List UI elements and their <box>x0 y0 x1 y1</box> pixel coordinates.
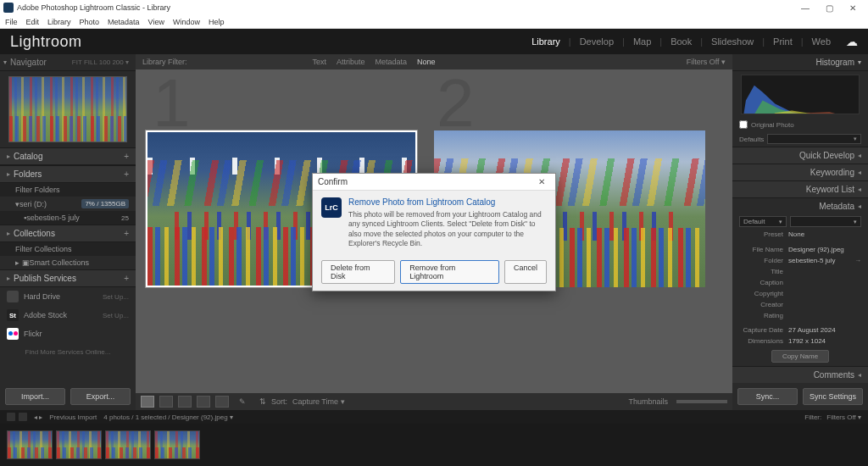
menu-window[interactable]: Window <box>173 18 200 26</box>
filter-none[interactable]: None <box>417 58 436 66</box>
dialog-close-icon[interactable]: ✕ <box>533 177 550 186</box>
export-button[interactable]: Export... <box>70 388 131 405</box>
collections-section[interactable]: Collections+ <box>0 225 136 242</box>
defaults-label: Defaults <box>739 136 764 143</box>
smart-collections[interactable]: ▸ ▣ Smart Collections <box>0 256 136 269</box>
menu-library[interactable]: Library <box>47 18 71 26</box>
source-label[interactable]: Previous Import <box>49 413 97 421</box>
menu-photo[interactable]: Photo <box>80 18 100 26</box>
import-button[interactable]: Import... <box>5 388 65 405</box>
copyright-value[interactable] <box>788 290 861 297</box>
filter-attribute[interactable]: Attribute <box>337 58 365 66</box>
filmstrip-thumb[interactable] <box>105 430 151 459</box>
module-book[interactable]: Book <box>670 36 692 47</box>
find-more-services[interactable]: Find More Services Online... <box>0 343 136 361</box>
comments-section[interactable]: Comments <box>732 366 868 383</box>
folders-section[interactable]: Folders+ <box>0 165 136 183</box>
collections-filter[interactable]: Filter Collections <box>0 242 136 256</box>
library-filter-bar: Library Filter: Text Attribute Metadata … <box>136 54 732 69</box>
defaults-dropdown[interactable] <box>767 134 861 144</box>
menubar: File Edit Library Photo Metadata View Wi… <box>0 15 868 29</box>
cloud-sync-icon[interactable]: ☁ <box>846 35 858 48</box>
view-survey-icon[interactable] <box>197 396 210 408</box>
module-library[interactable]: Library <box>531 36 560 47</box>
keyword-list-section[interactable]: Keyword List <box>732 180 868 197</box>
module-picker: Library| Develop| Map| Book| Slideshow| … <box>531 35 858 48</box>
painter-icon[interactable]: ✎ <box>239 397 246 406</box>
navigator-preview[interactable] <box>8 76 127 142</box>
folders-item[interactable]: ▪ sebestien-5 july25 <box>0 211 136 225</box>
module-map[interactable]: Map <box>633 36 651 47</box>
publish-stock[interactable]: StAdobe StockSet Up... <box>0 306 136 325</box>
menu-view[interactable]: View <box>148 18 164 26</box>
folders-drive[interactable]: ▾ seri (D:)7% / 1355GB <box>0 197 136 211</box>
filter-text[interactable]: Text <box>313 58 327 66</box>
navigator-collapse-icon[interactable]: ▾ <box>3 58 7 66</box>
secondary-display-icons[interactable] <box>7 413 27 421</box>
filename-value[interactable]: Designer (92).jpeg <box>788 246 861 253</box>
filter-metadata[interactable]: Metadata <box>376 58 408 66</box>
publish-section[interactable]: Publish Services+ <box>0 269 136 287</box>
filmstrip-thumb[interactable] <box>154 430 200 459</box>
view-compare-icon[interactable] <box>178 396 192 408</box>
original-photo-checkbox[interactable] <box>739 120 748 129</box>
catalog-section[interactable]: Catalog+ <box>0 147 136 165</box>
histogram-chart[interactable] <box>741 75 860 114</box>
sync-button[interactable]: Sync... <box>737 388 798 405</box>
rating-value[interactable] <box>788 312 861 319</box>
preset-value[interactable]: None <box>788 230 861 238</box>
harddrive-icon <box>7 291 19 302</box>
caption-value[interactable] <box>788 279 861 286</box>
module-slideshow[interactable]: Slideshow <box>711 36 754 47</box>
menu-file[interactable]: File <box>5 18 18 26</box>
menu-help[interactable]: Help <box>209 18 225 26</box>
menu-edit[interactable]: Edit <box>26 18 40 26</box>
publish-flickr[interactable]: Flickr <box>0 325 136 343</box>
histogram-title: Histogram <box>815 58 854 67</box>
filmstrip-filter-label: Filter: <box>804 413 821 421</box>
metadata-dropdown2[interactable] <box>790 216 861 227</box>
minimize-button[interactable]: — <box>793 3 817 13</box>
filmstrip-thumb[interactable] <box>7 430 53 459</box>
brand-label: Lightroom <box>10 33 82 51</box>
maximize-button[interactable]: ▢ <box>817 3 841 13</box>
folders-filter[interactable]: Filter Folders <box>0 183 136 197</box>
filmstrip[interactable] <box>0 424 868 466</box>
filters-off-dropdown[interactable]: Filters Off ▾ <box>687 58 726 66</box>
publish-harddrive[interactable]: Hard DriveSet Up... <box>0 287 136 306</box>
close-button[interactable]: ✕ <box>841 3 865 13</box>
sync-settings-button[interactable]: Sync Settings <box>803 388 863 405</box>
view-grid-icon[interactable] <box>141 396 154 408</box>
filmstrip-filters-off[interactable]: Filters Off ▾ <box>826 413 861 421</box>
metadata-section[interactable]: Metadata <box>732 197 868 214</box>
metadata-set-dropdown[interactable]: Default <box>739 216 787 227</box>
thumbnails-slider[interactable] <box>676 400 727 403</box>
navigator-zoom-options[interactable]: FIT FILL 100 200 ▾ <box>72 58 129 66</box>
keywording-section[interactable]: Keywording <box>732 164 868 180</box>
quick-develop-section[interactable]: Quick Develop <box>732 147 868 164</box>
dialog-message: This photo will be removed from your Lig… <box>348 210 547 247</box>
dialog-heading: Remove Photo from Lightroom Catalog <box>348 197 547 207</box>
cell-index-1: 1 <box>153 69 191 137</box>
folder-value[interactable]: sebestien-5 july <box>788 257 854 264</box>
module-develop[interactable]: Develop <box>580 36 614 47</box>
copy-name-button[interactable]: Copy Name <box>771 350 829 363</box>
title-value[interactable] <box>788 268 861 275</box>
remove-from-lightroom-button[interactable]: Remove from Lightroom <box>400 260 499 284</box>
filmstrip-thumb[interactable] <box>56 430 102 459</box>
histogram-collapse-icon[interactable]: ▾ <box>858 58 861 66</box>
delete-from-disk-button[interactable]: Delete from Disk <box>321 260 395 284</box>
creator-value[interactable] <box>788 301 861 308</box>
cell-index-2: 2 <box>437 69 475 137</box>
module-web[interactable]: Web <box>812 36 831 47</box>
cancel-button[interactable]: Cancel <box>504 260 547 284</box>
menu-metadata[interactable]: Metadata <box>108 18 140 26</box>
sort-dropdown[interactable]: Capture Time ▾ <box>292 397 345 406</box>
view-people-icon[interactable] <box>215 396 229 408</box>
view-loupe-icon[interactable] <box>159 396 173 408</box>
capture-date-value[interactable]: 27 August 2024 <box>788 326 861 334</box>
sort-direction-icon[interactable]: ⇅ <box>259 397 266 406</box>
left-panel: ▾NavigatorFIT FILL 100 200 ▾ Catalog+ Fo… <box>0 54 136 410</box>
module-print[interactable]: Print <box>773 36 793 47</box>
right-panel: Histogram▾ Original Photo Defaults Quick… <box>732 54 868 410</box>
